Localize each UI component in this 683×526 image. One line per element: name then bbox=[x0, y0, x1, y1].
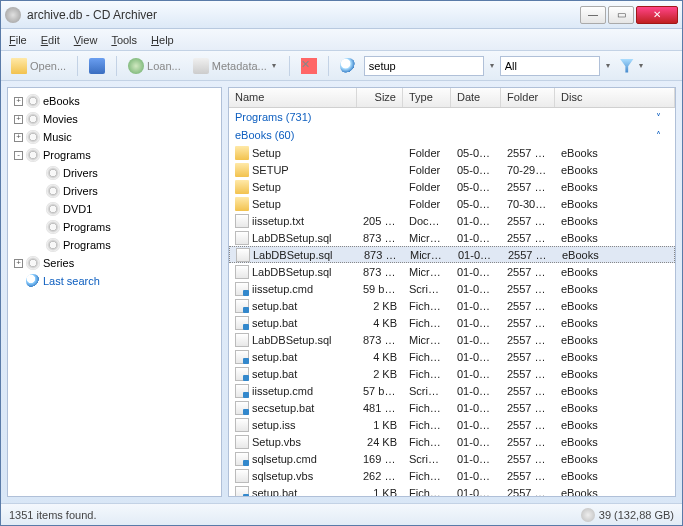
menu-edit[interactable]: Edit bbox=[41, 34, 60, 46]
tree-toggle[interactable]: + bbox=[14, 259, 23, 268]
tree-item[interactable]: Programs bbox=[10, 236, 219, 254]
funnel-button[interactable]: ▾ bbox=[616, 57, 649, 75]
save-button[interactable] bbox=[85, 56, 109, 76]
doc-icon bbox=[235, 435, 249, 449]
search-dropdown[interactable]: ▾ bbox=[488, 61, 496, 70]
maximize-button[interactable]: ▭ bbox=[608, 6, 634, 24]
bat-icon bbox=[235, 316, 249, 330]
group-row[interactable]: Programs (731)˅ bbox=[229, 108, 675, 126]
file-row[interactable]: setup.bat4 KBFicheir...01-07-...2557 D..… bbox=[229, 314, 675, 331]
tree-item-label: Drivers bbox=[63, 167, 98, 179]
file-row[interactable]: secsetup.bat481 by...Ficheir...01-07-...… bbox=[229, 399, 675, 416]
file-name: setup.bat bbox=[252, 317, 297, 329]
tree-item[interactable]: +Movies bbox=[10, 110, 219, 128]
col-type[interactable]: Type bbox=[403, 88, 451, 107]
file-row[interactable]: SetupFolder05-02-...2557 D...eBooks bbox=[229, 144, 675, 161]
cell-date: 01-07-... bbox=[451, 402, 501, 414]
file-row[interactable]: LabDBSetup.sql873 by...Micros...01-07-..… bbox=[229, 246, 675, 263]
tree-item-label: Programs bbox=[43, 149, 91, 161]
cell-folder: 2557 D... bbox=[501, 436, 555, 448]
file-name: secsetup.bat bbox=[252, 402, 314, 414]
tree-toggle[interactable]: + bbox=[14, 133, 23, 142]
tree-item[interactable]: Drivers bbox=[10, 164, 219, 182]
tree-item[interactable]: Programs bbox=[10, 218, 219, 236]
file-row[interactable]: setup.bat4 KBFicheir...01-07-...2557 D..… bbox=[229, 348, 675, 365]
tree-toggle[interactable]: + bbox=[14, 115, 23, 124]
file-row[interactable]: LabDBSetup.sql873 by...Micros...01-07-..… bbox=[229, 263, 675, 280]
file-row[interactable]: setup.bat2 KBFicheir...01-07-...2557 D..… bbox=[229, 365, 675, 382]
file-row[interactable]: SETUPFolder05-02-...70-292...eBooks bbox=[229, 161, 675, 178]
file-row[interactable]: sqlsetup.vbs262 by...Ficheir...01-07-...… bbox=[229, 467, 675, 484]
file-row[interactable]: iissetup.cmd57 bytesScript ...01-07-...2… bbox=[229, 382, 675, 399]
menu-tools[interactable]: Tools bbox=[111, 34, 137, 46]
cell-disc: eBooks bbox=[555, 368, 675, 380]
folder-icon bbox=[235, 180, 249, 194]
tree-toggle[interactable]: + bbox=[14, 97, 23, 106]
doc-icon bbox=[235, 265, 249, 279]
cell-date: 01-07-... bbox=[451, 453, 501, 465]
cell-size: 4 KB bbox=[357, 351, 403, 363]
file-row[interactable]: SetupFolder05-02-...2557 D...eBooks bbox=[229, 178, 675, 195]
tree-item[interactable]: +Music bbox=[10, 128, 219, 146]
funnel-icon bbox=[620, 59, 634, 73]
tree-item[interactable]: Last search bbox=[10, 272, 219, 290]
open-button[interactable]: Open... bbox=[7, 56, 70, 76]
menu-view[interactable]: View bbox=[74, 34, 98, 46]
menu-help[interactable]: Help bbox=[151, 34, 174, 46]
bat-icon bbox=[235, 384, 249, 398]
status-left: 1351 items found. bbox=[9, 509, 96, 521]
file-name: LabDBSetup.sql bbox=[252, 334, 332, 346]
disc-icon bbox=[46, 184, 60, 198]
col-date[interactable]: Date bbox=[451, 88, 501, 107]
tree-item[interactable]: +Series bbox=[10, 254, 219, 272]
chevron-down-icon: ▾ bbox=[637, 61, 645, 70]
loan-button[interactable]: Loan... bbox=[124, 56, 185, 76]
group-row[interactable]: eBooks (60)˄ bbox=[229, 126, 675, 144]
cell-type: Ficheir... bbox=[403, 351, 451, 363]
search-input[interactable] bbox=[364, 56, 484, 76]
tree-item[interactable]: DVD1 bbox=[10, 200, 219, 218]
cell-folder: 2557 D... bbox=[501, 334, 555, 346]
file-row[interactable]: Setup.vbs24 KBFicheir...01-07-...2557 D.… bbox=[229, 433, 675, 450]
col-disc[interactable]: Disc bbox=[555, 88, 675, 107]
cell-disc: eBooks bbox=[555, 147, 675, 159]
delete-button[interactable]: ✕ bbox=[297, 56, 321, 76]
search-button[interactable] bbox=[336, 56, 360, 76]
cell-size: 4 KB bbox=[357, 317, 403, 329]
tree-item-label: Drivers bbox=[63, 185, 98, 197]
file-row[interactable]: LabDBSetup.sql873 by...Micros...01-07-..… bbox=[229, 229, 675, 246]
file-row[interactable]: iissetup.cmd59 bytesScript ...01-07-...2… bbox=[229, 280, 675, 297]
file-name: setup.bat bbox=[252, 300, 297, 312]
cell-type: Ficheir... bbox=[403, 436, 451, 448]
metadata-button[interactable]: Metadata...▾ bbox=[189, 56, 282, 76]
cell-type: Ficheir... bbox=[403, 402, 451, 414]
filter-dropdown[interactable]: ▾ bbox=[604, 61, 612, 70]
col-folder[interactable]: Folder bbox=[501, 88, 555, 107]
tree-item[interactable]: Drivers bbox=[10, 182, 219, 200]
cell-date: 01-07-... bbox=[451, 215, 501, 227]
list-body[interactable]: Programs (731)˅eBooks (60)˄SetupFolder05… bbox=[229, 108, 675, 496]
menu-file[interactable]: File bbox=[9, 34, 27, 46]
file-row[interactable]: setup.bat2 KBFicheir...01-07-...2557 D..… bbox=[229, 297, 675, 314]
cell-size: 873 by... bbox=[357, 334, 403, 346]
file-row[interactable]: LabDBSetup.sql873 by...Micros...01-07-..… bbox=[229, 331, 675, 348]
filter-input[interactable] bbox=[500, 56, 600, 76]
file-row[interactable]: SetupFolder05-02-...70-305...eBooks bbox=[229, 195, 675, 212]
cell-folder: 2557 D... bbox=[501, 385, 555, 397]
tree-item[interactable]: -Programs bbox=[10, 146, 219, 164]
cell-date: 05-02-... bbox=[451, 164, 501, 176]
window-title: archive.db - CD Archiver bbox=[27, 8, 580, 22]
file-row[interactable]: setup.bat1 KBFicheir...01-07-...2557 D..… bbox=[229, 484, 675, 496]
cell-date: 01-07-... bbox=[451, 436, 501, 448]
minimize-button[interactable]: — bbox=[580, 6, 606, 24]
tree-item[interactable]: +eBooks bbox=[10, 92, 219, 110]
tree-toggle[interactable]: - bbox=[14, 151, 23, 160]
close-button[interactable]: ✕ bbox=[636, 6, 678, 24]
file-row[interactable]: sqlsetup.cmd169 by...Script ...01-07-...… bbox=[229, 450, 675, 467]
file-row[interactable]: iissetup.txt205 by...Docum...01-07-...25… bbox=[229, 212, 675, 229]
cell-folder: 2557 D... bbox=[501, 368, 555, 380]
file-row[interactable]: setup.iss1 KBFicheir...01-07-...2557 D..… bbox=[229, 416, 675, 433]
col-name[interactable]: Name bbox=[229, 88, 357, 107]
col-size[interactable]: Size bbox=[357, 88, 403, 107]
cell-size: 24 KB bbox=[357, 436, 403, 448]
